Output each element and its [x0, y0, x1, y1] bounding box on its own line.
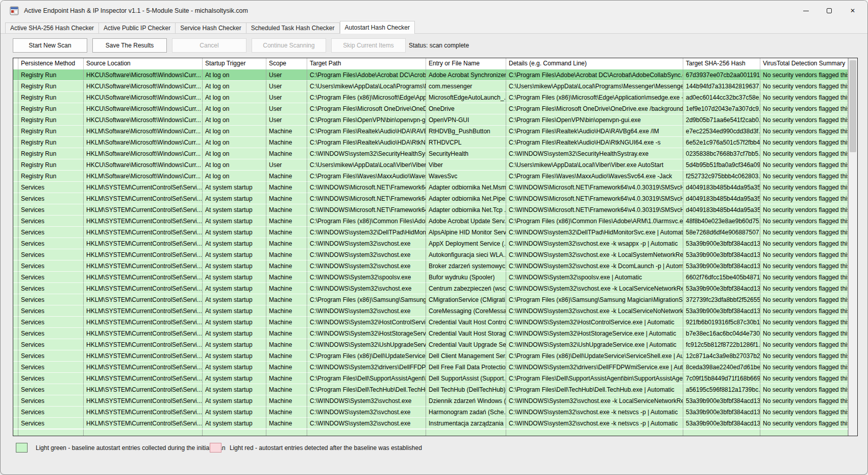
cell-details-e-g-command-line: C:\Program Files\Adobe\Acrobat DC\Acroba… [506, 69, 683, 80]
cell-startup-trigger: At system startup [203, 316, 266, 327]
cell-startup-trigger: At system startup [203, 339, 266, 350]
table-row[interactable]: ServicesHKLM\SYSTEM\CurrentControlSet\Se… [13, 372, 848, 384]
table-row[interactable]: Registry RunHKCU\Software\Microsoft\Wind… [13, 103, 848, 114]
table-row[interactable]: ServicesHKLM\SYSTEM\CurrentControlSet\Se… [13, 226, 848, 238]
column-header-target-path[interactable]: Target Path [307, 58, 426, 69]
table-row[interactable]: ServicesHKLM\SYSTEM\CurrentControlSet\Se… [13, 238, 848, 249]
column-header-persistence-method[interactable]: Persistence Method [18, 58, 84, 69]
legend-item: Light red - autostart entries detected a… [210, 443, 422, 453]
cell-details-e-g-command-line: C:\WINDOWS\system32\svchost.exe -k netsv… [506, 417, 683, 429]
table-row[interactable]: Registry RunHKLM\Software\Microsoft\Wind… [13, 136, 848, 148]
row-selector-strip [13, 395, 18, 406]
table-row[interactable]: ServicesHKLM\SYSTEM\CurrentControlSet\Se… [13, 316, 848, 327]
cell-target-sha-256-hash: 372739fc23dfa8bbf2f52655... [683, 294, 760, 305]
table-row[interactable]: Registry RunHKCU\Software\Microsoft\Wind… [13, 114, 848, 125]
vertical-scrollbar[interactable] [848, 58, 857, 436]
table-row[interactable]: ServicesHKLM\SYSTEM\CurrentControlSet\Se… [13, 361, 848, 372]
legend-item: Light green - baseline autostart entries… [16, 443, 226, 453]
row-selector-strip [13, 80, 18, 91]
cell-virustotal-detection-summary: No security vendors flagged this ... [760, 91, 848, 103]
cell-startup-trigger: At system startup [203, 238, 266, 249]
cell-entry-or-file-name: Viber [426, 159, 506, 170]
cell-target-sha-256-hash [683, 429, 760, 436]
table-row[interactable]: ServicesHKLM\SYSTEM\CurrentControlSet\Se… [13, 406, 848, 417]
legend-label: Light green - baseline autostart entries… [36, 444, 226, 452]
column-header-startup-trigger[interactable]: Startup Trigger [203, 58, 266, 69]
tab-service-hash-checker[interactable]: Service Hash Checker [176, 22, 246, 33]
table-row[interactable]: Registry RunHKCU\Software\Microsoft\Wind… [13, 80, 848, 91]
table-row[interactable]: ServicesHKLM\SYSTEM\CurrentControlSet\Se… [13, 260, 848, 271]
cell-source-location: HKCU\Software\Microsoft\Windows\Curr... [84, 114, 203, 125]
close-icon[interactable]: ✕ [841, 1, 864, 21]
scrollbar-thumb[interactable] [850, 60, 856, 152]
table-row[interactable]: ServicesHKLM\SYSTEM\CurrentControlSet\Se… [13, 215, 848, 226]
table-row[interactable] [13, 429, 848, 436]
cell-virustotal-detection-summary: No security vendors flagged this ... [760, 384, 848, 395]
minimize-icon[interactable] [794, 1, 817, 21]
table-row[interactable]: ServicesHKLM\SYSTEM\CurrentControlSet\Se… [13, 204, 848, 215]
cell-persistence-method: Services [18, 226, 84, 238]
cell-startup-trigger: At system startup [203, 282, 266, 294]
cell-entry-or-file-name: WavesSvc [426, 170, 506, 181]
table-row[interactable]: Registry RunHKLM\Software\Microsoft\Wind… [13, 148, 848, 159]
table-row[interactable]: ServicesHKLM\SYSTEM\CurrentControlSet\Se… [13, 395, 848, 406]
cell-entry-or-file-name: CoreMessaging (CoreMessa... [426, 305, 506, 316]
cell-virustotal-detection-summary: No security vendors flagged this ... [760, 103, 848, 114]
cell-persistence-method: Services [18, 361, 84, 372]
maximize-icon[interactable] [817, 1, 841, 21]
table-row[interactable]: ServicesHKLM\SYSTEM\CurrentControlSet\Se… [13, 282, 848, 294]
table-row[interactable]: ServicesHKLM\SYSTEM\CurrentControlSet\Se… [13, 384, 848, 395]
tab-autostart-hash-checker[interactable]: Autostart Hash Checker [340, 21, 415, 34]
table-row[interactable]: Registry RunHKLM\Software\Microsoft\Wind… [13, 170, 848, 181]
column-header-virustotal-detection-summary[interactable]: VirusTotal Detection Summary [760, 58, 848, 69]
cell-persistence-method: Services [18, 204, 84, 215]
cell-target-sha-256-hash: 144b94fd7a313842819637... [683, 80, 760, 91]
cell-target-sha-256-hash: d4049183b485b44da95a35... [683, 204, 760, 215]
grid-header: Persistence MethodSource LocationStartup… [13, 58, 848, 69]
cell-details-e-g-command-line: C:\WINDOWS\System32\HostStorageService.e… [506, 327, 683, 339]
cell-details-e-g-command-line: C:\WINDOWS\system32\svchost.exe -k Local… [506, 249, 683, 260]
cell-source-location: HKLM\Software\Microsoft\Windows\Curr... [84, 170, 203, 181]
grid-body: Registry RunHKCU\Software\Microsoft\Wind… [13, 69, 848, 436]
table-row[interactable]: ServicesHKLM\SYSTEM\CurrentControlSet\Se… [13, 327, 848, 339]
column-header-target-sha-256-hash[interactable]: Target SHA-256 Hash [683, 58, 760, 69]
table-row[interactable]: Registry RunHKCU\Software\Microsoft\Wind… [13, 69, 848, 80]
column-header-details-e-g-command-line[interactable]: Details (e.g. Command Line) [506, 58, 683, 69]
cell-scope: User [266, 80, 307, 91]
cell-target-path: C:\Program Files\Realtek\Audio\HDA\RAVB.… [307, 125, 426, 136]
table-row[interactable]: ServicesHKLM\SYSTEM\CurrentControlSet\Se… [13, 181, 848, 193]
cell-target-sha-256-hash: a56195c596f8812a1739bc... [683, 384, 760, 395]
cell-source-location: HKLM\SYSTEM\CurrentControlSet\Servi... [84, 372, 203, 384]
cell-scope: Machine [266, 170, 307, 181]
cell-details-e-g-command-line [506, 429, 683, 436]
table-row[interactable]: Registry RunHKCU\Software\Microsoft\Wind… [13, 91, 848, 103]
tab-scheduled-task-hash-checker[interactable]: Scheduled Task Hash Checker [246, 22, 340, 33]
start-new-scan-button[interactable]: Start New Scan [13, 38, 87, 53]
table-row[interactable]: Registry RunHKLM\Software\Microsoft\Wind… [13, 125, 848, 136]
skip-current-items-button: Skip Current Items [331, 38, 406, 53]
column-header-source-location[interactable]: Source Location [84, 58, 203, 69]
table-row[interactable]: ServicesHKLM\SYSTEM\CurrentControlSet\Se… [13, 271, 848, 282]
status-text: Status: scan complete [409, 42, 469, 49]
table-row[interactable]: ServicesHKLM\SYSTEM\CurrentControlSet\Se… [13, 417, 848, 429]
column-header-entry-or-file-name[interactable]: Entry or File Name [426, 58, 506, 69]
row-selector-strip [13, 339, 18, 350]
save-the-results-button[interactable]: Save The Results [92, 38, 167, 53]
tab-active-sha-256-hash-checker[interactable]: Active SHA-256 Hash Checker [5, 22, 99, 33]
table-row[interactable]: Registry RunHKCU\Software\Microsoft\Wind… [13, 159, 848, 170]
table-row[interactable]: ServicesHKLM\SYSTEM\CurrentControlSet\Se… [13, 249, 848, 260]
table-row[interactable]: ServicesHKLM\SYSTEM\CurrentControlSet\Se… [13, 294, 848, 305]
tab-active-public-ip-checker[interactable]: Active Public IP Checker [99, 22, 176, 33]
table-row[interactable]: ServicesHKLM\SYSTEM\CurrentControlSet\Se… [13, 193, 848, 204]
cell-virustotal-detection-summary: No security vendors flagged this ... [760, 395, 848, 406]
row-selector-strip [13, 271, 18, 282]
cell-scope: Machine [266, 238, 307, 249]
cell-entry-or-file-name: Broker zdarzeń systemowyc... [426, 260, 506, 271]
row-selector-strip [13, 361, 18, 372]
table-row[interactable]: ServicesHKLM\SYSTEM\CurrentControlSet\Se… [13, 339, 848, 350]
column-header-scope[interactable]: Scope [266, 58, 307, 69]
table-row[interactable]: ServicesHKLM\SYSTEM\CurrentControlSet\Se… [13, 305, 848, 316]
table-row[interactable]: ServicesHKLM\SYSTEM\CurrentControlSet\Se… [13, 350, 848, 361]
cell-target-sha-256-hash: f252732c975bbb4c062803... [683, 170, 760, 181]
cell-entry-or-file-name: RTHDVCPL [426, 136, 506, 148]
